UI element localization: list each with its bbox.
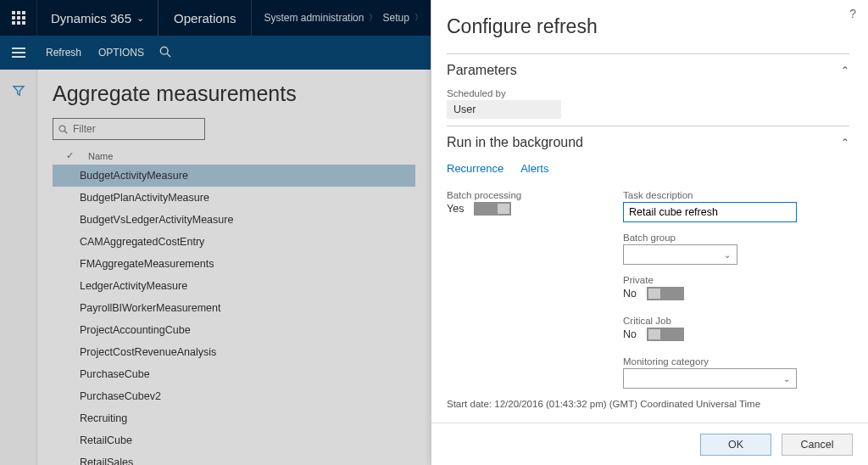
list-item[interactable]: ProjectAccountingCube bbox=[53, 319, 415, 341]
list-item[interactable]: PayrollBIWorkerMeasurement bbox=[53, 297, 415, 319]
list-item[interactable]: Recruiting bbox=[53, 407, 415, 429]
scheduled-by-value: User bbox=[447, 100, 561, 119]
search-icon[interactable] bbox=[153, 46, 178, 60]
svg-rect-1 bbox=[17, 11, 20, 14]
breadcrumb: System administration 〉 Setup 〉 bbox=[252, 0, 434, 36]
options-button[interactable]: OPTIONS bbox=[90, 47, 153, 59]
background-label: Run in the background bbox=[447, 135, 583, 150]
brand-label: Dynamics 365 bbox=[51, 11, 131, 25]
background-section-header[interactable]: Run in the background ⌃ bbox=[447, 126, 849, 157]
help-icon[interactable]: ? bbox=[849, 7, 856, 20]
filter-placeholder: Filter bbox=[73, 123, 96, 135]
module-label[interactable]: Operations bbox=[159, 0, 252, 36]
configure-refresh-pane: ? Configure refresh Parameters ⌃ Schedul… bbox=[431, 0, 868, 465]
chevron-right-icon: 〉 bbox=[415, 12, 423, 24]
hamburger-icon[interactable] bbox=[0, 48, 37, 58]
critical-label: Critical Job bbox=[623, 316, 801, 326]
list-item[interactable]: CAMAggregatedCostEntry bbox=[53, 231, 415, 253]
svg-point-15 bbox=[59, 126, 65, 132]
list-item[interactable]: FMAggregateMeasurements bbox=[53, 253, 415, 275]
batch-group-label: Batch group bbox=[623, 232, 801, 243]
batch-processing-value: Yes bbox=[447, 203, 464, 215]
start-date-line: Start date: 12/20/2016 (01:43:32 pm) (GM… bbox=[447, 399, 849, 409]
filter-icon[interactable] bbox=[13, 85, 25, 99]
svg-point-12 bbox=[160, 47, 168, 54]
scheduled-by-label: Scheduled by bbox=[447, 88, 849, 98]
list-item[interactable]: RetailSales bbox=[53, 451, 415, 465]
list-item[interactable]: BudgetPlanActivityMeasure bbox=[53, 187, 415, 209]
list-item[interactable]: RetailCube bbox=[53, 429, 415, 451]
batch-processing-label: Batch processing bbox=[447, 190, 599, 200]
svg-rect-11 bbox=[12, 56, 25, 58]
parameters-section-header[interactable]: Parameters ⌃ bbox=[447, 53, 849, 85]
crumb-1[interactable]: System administration bbox=[264, 12, 364, 24]
refresh-button[interactable]: Refresh bbox=[37, 47, 90, 59]
monitoring-select[interactable]: ⌄ bbox=[623, 368, 797, 389]
chevron-up-icon: ⌃ bbox=[841, 64, 849, 76]
list-item[interactable]: BudgetActivityMeasure bbox=[53, 165, 415, 187]
tab-alerts[interactable]: Alerts bbox=[520, 162, 548, 175]
brand-dropdown[interactable]: Dynamics 365 ⌄ bbox=[37, 0, 159, 36]
batch-processing-toggle[interactable] bbox=[474, 202, 511, 216]
private-value: No bbox=[623, 288, 637, 300]
svg-marker-14 bbox=[13, 87, 23, 96]
svg-line-16 bbox=[64, 131, 67, 133]
chevron-down-icon: ⌄ bbox=[136, 13, 144, 24]
task-description-label: Task description bbox=[623, 190, 801, 200]
svg-rect-8 bbox=[22, 21, 25, 25]
svg-rect-6 bbox=[12, 21, 15, 25]
svg-line-13 bbox=[167, 53, 170, 57]
critical-toggle[interactable] bbox=[647, 328, 684, 341]
svg-rect-2 bbox=[22, 11, 25, 14]
svg-rect-4 bbox=[17, 16, 20, 20]
task-description-input[interactable] bbox=[623, 202, 797, 222]
measurement-list: BudgetActivityMeasureBudgetPlanActivityM… bbox=[53, 165, 415, 465]
pane-title: Configure refresh bbox=[447, 15, 849, 38]
svg-rect-7 bbox=[17, 21, 20, 25]
critical-value: No bbox=[623, 328, 637, 340]
private-toggle[interactable] bbox=[647, 287, 684, 300]
cancel-button[interactable]: Cancel bbox=[782, 434, 853, 456]
private-label: Private bbox=[623, 275, 801, 285]
svg-rect-10 bbox=[12, 52, 25, 53]
batch-group-select[interactable]: ⌄ bbox=[623, 244, 737, 265]
svg-rect-0 bbox=[12, 11, 15, 14]
page-title: Aggregate measurements bbox=[53, 81, 415, 106]
parameters-label: Parameters bbox=[447, 63, 517, 78]
list-item[interactable]: PurchaseCube bbox=[53, 363, 415, 385]
tab-recurrence[interactable]: Recurrence bbox=[447, 162, 504, 175]
list-item[interactable]: BudgetVsLedgerActivityMeasure bbox=[53, 209, 415, 231]
svg-rect-5 bbox=[22, 16, 25, 20]
waffle-icon[interactable] bbox=[0, 0, 37, 36]
list-item[interactable]: PurchaseCubev2 bbox=[53, 385, 415, 407]
svg-rect-9 bbox=[12, 48, 25, 49]
chevron-up-icon: ⌃ bbox=[841, 137, 849, 148]
name-column-header[interactable]: Name bbox=[88, 151, 113, 161]
chevron-down-icon: ⌄ bbox=[777, 369, 796, 388]
check-column-header: ✓ bbox=[61, 150, 78, 161]
list-item[interactable]: ProjectCostRevenueAnalysis bbox=[53, 341, 415, 363]
filter-input[interactable]: Filter bbox=[53, 118, 205, 140]
svg-rect-3 bbox=[12, 16, 15, 20]
crumb-2[interactable]: Setup bbox=[382, 12, 409, 24]
ok-button[interactable]: OK bbox=[700, 434, 771, 456]
chevron-down-icon: ⌄ bbox=[718, 245, 737, 264]
chevron-right-icon: 〉 bbox=[369, 12, 377, 24]
list-item[interactable]: LedgerActivityMeasure bbox=[53, 275, 415, 297]
monitoring-label: Monitoring category bbox=[623, 356, 801, 367]
